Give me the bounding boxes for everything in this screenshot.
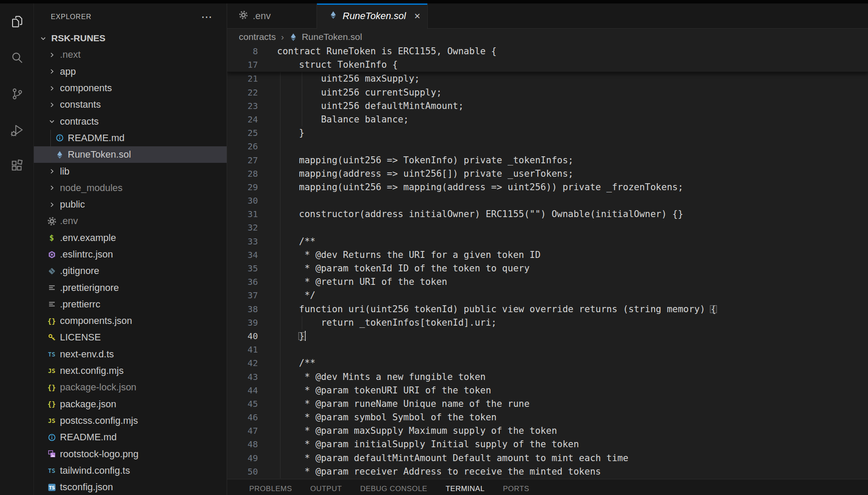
code-line-44[interactable]: 44 * @param tokenURI URI of the token — [227, 384, 868, 397]
sidebar-item-rootstock-logo-png[interactable]: rootstock-logo.png — [34, 446, 227, 462]
code-line-27[interactable]: 27 mapping(uint256 => TokenInfo) private… — [227, 154, 868, 167]
sidebar-item--env[interactable]: .env — [34, 213, 227, 229]
key-icon — [46, 333, 57, 342]
indent-guide — [280, 221, 281, 234]
sidebar-item-components[interactable]: components — [34, 80, 227, 96]
activity-item-search[interactable] — [0, 40, 33, 76]
panel-tab-ports[interactable]: PORTS — [503, 485, 529, 495]
sidebar-item-next-env-d-ts[interactable]: TSnext-env.d.ts — [34, 346, 227, 363]
sidebar-item-constants[interactable]: constants — [34, 96, 227, 113]
code-text: uint256 maxSupply; — [277, 72, 420, 86]
code-text: * @param tokenURI URI of the token — [277, 384, 491, 397]
code-line-42[interactable]: 42 /** — [227, 356, 868, 370]
code-line-24[interactable]: 24 Balance balance; — [227, 113, 868, 126]
sidebar-item--gitignore[interactable]: .gitignore — [34, 263, 227, 279]
code-line-31[interactable]: 31 constructor(address initialOwner) ERC… — [227, 208, 868, 221]
breadcrumb-item-folder[interactable]: contracts — [239, 32, 276, 42]
code-line-23[interactable]: 23 uint256 defaultMintAmount; — [227, 99, 868, 113]
line-number: 41 — [227, 343, 258, 356]
close-icon[interactable]: × — [414, 11, 420, 21]
sidebar-item-readme-md[interactable]: README.md — [34, 429, 227, 446]
sidebar-item-rsk-runes[interactable]: RSK-RUNES — [34, 30, 227, 46]
sidebar-item-license[interactable]: LICENSE — [34, 329, 227, 346]
code-line-22[interactable]: 22 uint256 currentSupply; — [227, 86, 868, 99]
sidebar-item-app[interactable]: app — [34, 63, 227, 80]
activity-item-explorer[interactable] — [0, 3, 33, 40]
file-label: package.json — [60, 399, 116, 410]
source-control-icon — [10, 86, 24, 101]
code-line-43[interactable]: 43 * @dev Mints a new fungible token — [227, 370, 868, 384]
sidebar-item-public[interactable]: public — [34, 196, 227, 213]
sidebar-item-node-modules[interactable]: node_modules — [34, 180, 227, 196]
sidebar-item-package-lock-json[interactable]: {}package-lock.json — [34, 379, 227, 396]
code-line-35[interactable]: 35 * @param tokenId ID of the token to q… — [227, 262, 868, 275]
panel-tab-problems[interactable]: PROBLEMS — [249, 485, 292, 495]
tree-indent-guide — [50, 130, 51, 163]
code-line-17[interactable]: 17 struct TokenInfo { — [227, 58, 868, 72]
code-line-8[interactable]: 8contract RuneToken is ERC1155, Ownable … — [227, 45, 868, 58]
code-line-45[interactable]: 45 * @param runeName Unique name of the … — [227, 397, 868, 411]
code-line-34[interactable]: 34 * @dev Returns the URI for a given to… — [227, 248, 868, 262]
code-line-39[interactable]: 39 return _tokenInfos[tokenId].uri; — [227, 316, 868, 330]
code-line-38[interactable]: 38 function uri(uint256 tokenId) public … — [227, 303, 868, 316]
code-line-37[interactable]: 37 */ — [227, 289, 868, 302]
js-icon: JS — [46, 367, 57, 374]
tab-runetoken-sol[interactable]: RuneToken.sol× — [317, 3, 428, 28]
code-line-50[interactable]: 50 * @param receiver Address to receive … — [227, 465, 868, 478]
code-line-25[interactable]: 25 } — [227, 126, 868, 140]
code-line-30[interactable]: 30 — [227, 194, 868, 208]
panel-tab-terminal[interactable]: TERMINAL — [446, 485, 485, 495]
sidebar-item-readme-md[interactable]: README.md — [34, 130, 227, 146]
code-line-40[interactable]: 40 } — [227, 330, 868, 343]
sidebar-item--prettierignore[interactable]: .prettierignore — [34, 279, 227, 296]
code-line-48[interactable]: 48 * @param initialSupply Initial supply… — [227, 438, 868, 451]
code-line-28[interactable]: 28 mapping(address => uint256[]) private… — [227, 167, 868, 181]
tab--env[interactable]: .env — [227, 3, 317, 28]
activity-item-extensions[interactable] — [0, 148, 33, 184]
file-label: tsconfig.json — [60, 482, 113, 493]
code-line-29[interactable]: 29 mapping(uint256 => mapping(address =>… — [227, 181, 868, 194]
code-line-47[interactable]: 47 * @param maxSupply Maximum supply of … — [227, 424, 868, 438]
code-line-49[interactable]: 49 * @param defaultMintAmount Default am… — [227, 452, 868, 465]
code-line-32[interactable]: 32 — [227, 221, 868, 234]
sidebar-item--eslintrc-json[interactable]: .eslintrc.json — [34, 246, 227, 263]
gear-icon — [239, 10, 248, 22]
code-line-41[interactable]: 41 — [227, 343, 868, 356]
line-number: 27 — [227, 154, 258, 167]
ts-icon: TS — [46, 351, 57, 358]
sidebar-item-tailwind-config-ts[interactable]: TStailwind.config.ts — [34, 462, 227, 479]
line-number: 38 — [227, 303, 258, 316]
code-line-26[interactable]: 26 — [227, 140, 868, 153]
sidebar-item-postcss-config-mjs[interactable]: JSpostcss.config.mjs — [34, 412, 227, 429]
sidebar-item-lib[interactable]: lib — [34, 163, 227, 179]
folder-label: components — [60, 82, 112, 94]
file-label: README.md — [68, 132, 125, 144]
folder-label: constants — [60, 99, 101, 110]
sidebar-item-runetoken-sol[interactable]: RuneToken.sol — [34, 146, 227, 163]
panel-tab-debug-console[interactable]: DEBUG CONSOLE — [360, 485, 427, 495]
sidebar-item--env-example[interactable]: $.env.example — [34, 230, 227, 246]
code-text: mapping(uint256 => TokenInfo) private _t… — [277, 154, 574, 167]
activity-item-run-debug[interactable] — [0, 112, 33, 148]
code-line-46[interactable]: 46 * @param symbol Symbol of the token — [227, 411, 868, 424]
sidebar-item-contracts[interactable]: contracts — [34, 113, 227, 129]
code-line-36[interactable]: 36 * @return URI of the token — [227, 275, 868, 289]
panel-tab-output[interactable]: OUTPUT — [310, 485, 342, 495]
sidebar-item--next[interactable]: .next — [34, 46, 227, 63]
file-label: .env — [60, 215, 78, 227]
code-text: * @return URI of the token — [277, 275, 447, 289]
sidebar-item--prettierrc[interactable]: .prettierrc — [34, 296, 227, 313]
sidebar-item-next-config-mjs[interactable]: JSnext.config.mjs — [34, 363, 227, 379]
code-line-33[interactable]: 33 /** — [227, 235, 868, 248]
activity-item-source-control[interactable] — [0, 76, 33, 112]
sidebar-item-package-json[interactable]: {}package.json — [34, 396, 227, 412]
file-label: LICENSE — [60, 332, 101, 343]
sidebar-item-components-json[interactable]: {}components.json — [34, 313, 227, 329]
code-line-21[interactable]: 21 uint256 maxSupply; — [227, 72, 868, 86]
more-actions-icon[interactable]: ⋯ — [201, 15, 213, 19]
code-text: * @param initialSupply Initial supply of… — [277, 438, 579, 451]
ts-badge-icon: TS — [46, 483, 57, 492]
breadcrumb-item-file[interactable]: RuneToken.sol — [302, 32, 362, 42]
extensions-icon — [10, 158, 24, 173]
sidebar-item-tsconfig-json[interactable]: TStsconfig.json — [34, 479, 227, 495]
